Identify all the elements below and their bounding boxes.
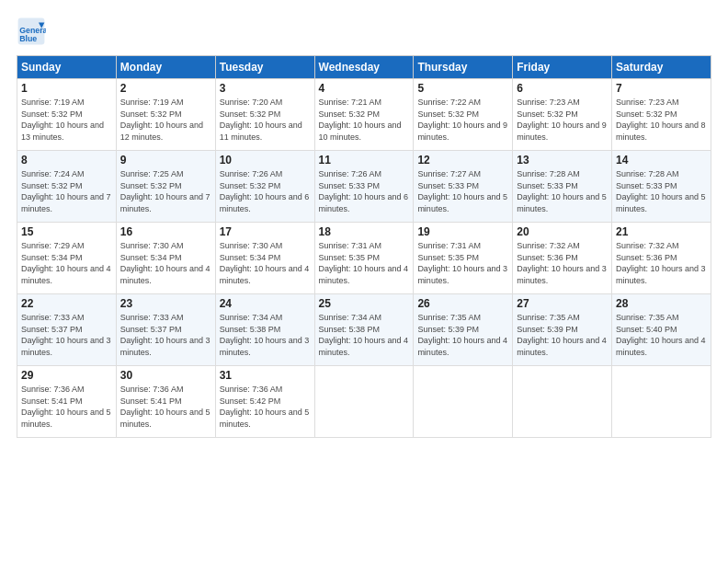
calendar-cell: 7Sunrise: 7:23 AMSunset: 5:32 PMDaylight… bbox=[612, 79, 711, 151]
column-header-wednesday: Wednesday bbox=[314, 56, 414, 79]
calendar-cell: 10Sunrise: 7:26 AMSunset: 5:32 PMDayligh… bbox=[215, 151, 314, 223]
day-number: 20 bbox=[517, 225, 608, 238]
calendar-week-5: 29Sunrise: 7:36 AMSunset: 5:41 PMDayligh… bbox=[17, 366, 711, 438]
calendar-cell: 15Sunrise: 7:29 AMSunset: 5:34 PMDayligh… bbox=[17, 223, 117, 294]
calendar-cell bbox=[414, 366, 513, 438]
calendar-table: SundayMondayTuesdayWednesdayThursdayFrid… bbox=[17, 55, 711, 438]
calendar-cell bbox=[513, 366, 612, 438]
day-number: 31 bbox=[220, 369, 311, 382]
day-number: 15 bbox=[21, 225, 112, 238]
day-number: 24 bbox=[220, 297, 311, 310]
calendar-cell: 28Sunrise: 7:35 AMSunset: 5:40 PMDayligh… bbox=[612, 294, 711, 366]
calendar-cell: 24Sunrise: 7:34 AMSunset: 5:38 PMDayligh… bbox=[215, 294, 314, 366]
day-info: Sunrise: 7:34 AMSunset: 5:38 PMDaylight:… bbox=[220, 312, 311, 358]
calendar-header: General Blue bbox=[17, 17, 711, 46]
day-info: Sunrise: 7:35 AMSunset: 5:39 PMDaylight:… bbox=[417, 312, 508, 358]
day-info: Sunrise: 7:31 AMSunset: 5:35 PMDaylight:… bbox=[417, 240, 508, 286]
calendar-cell: 6Sunrise: 7:23 AMSunset: 5:32 PMDaylight… bbox=[513, 79, 612, 151]
day-info: Sunrise: 7:31 AMSunset: 5:35 PMDaylight:… bbox=[319, 240, 410, 286]
day-info: Sunrise: 7:27 AMSunset: 5:33 PMDaylight:… bbox=[417, 168, 508, 214]
day-info: Sunrise: 7:28 AMSunset: 5:33 PMDaylight:… bbox=[517, 168, 608, 214]
column-header-saturday: Saturday bbox=[612, 56, 711, 79]
calendar-week-2: 8Sunrise: 7:24 AMSunset: 5:32 PMDaylight… bbox=[17, 151, 711, 223]
calendar-cell: 1Sunrise: 7:19 AMSunset: 5:32 PMDaylight… bbox=[17, 79, 117, 151]
calendar-cell: 4Sunrise: 7:21 AMSunset: 5:32 PMDaylight… bbox=[314, 79, 414, 151]
day-number: 23 bbox=[120, 297, 211, 310]
day-number: 7 bbox=[616, 82, 707, 95]
day-number: 10 bbox=[220, 154, 311, 167]
day-number: 11 bbox=[319, 154, 410, 167]
calendar-week-1: 1Sunrise: 7:19 AMSunset: 5:32 PMDaylight… bbox=[17, 79, 711, 151]
day-info: Sunrise: 7:36 AMSunset: 5:41 PMDaylight:… bbox=[120, 384, 211, 430]
day-number: 19 bbox=[417, 225, 508, 238]
calendar-cell: 31Sunrise: 7:36 AMSunset: 5:42 PMDayligh… bbox=[215, 366, 314, 438]
day-info: Sunrise: 7:33 AMSunset: 5:37 PMDaylight:… bbox=[120, 312, 211, 358]
column-header-tuesday: Tuesday bbox=[215, 56, 314, 79]
day-info: Sunrise: 7:36 AMSunset: 5:41 PMDaylight:… bbox=[21, 384, 112, 430]
calendar-cell: 3Sunrise: 7:20 AMSunset: 5:32 PMDaylight… bbox=[215, 79, 314, 151]
calendar-cell: 27Sunrise: 7:35 AMSunset: 5:39 PMDayligh… bbox=[513, 294, 612, 366]
day-number: 14 bbox=[616, 154, 707, 167]
day-number: 22 bbox=[21, 297, 112, 310]
calendar-cell: 14Sunrise: 7:28 AMSunset: 5:33 PMDayligh… bbox=[612, 151, 711, 223]
column-header-friday: Friday bbox=[513, 56, 612, 79]
calendar-cell: 13Sunrise: 7:28 AMSunset: 5:33 PMDayligh… bbox=[513, 151, 612, 223]
day-number: 8 bbox=[21, 154, 112, 167]
day-info: Sunrise: 7:28 AMSunset: 5:33 PMDaylight:… bbox=[616, 168, 707, 214]
day-info: Sunrise: 7:21 AMSunset: 5:32 PMDaylight:… bbox=[319, 97, 410, 143]
svg-text:Blue: Blue bbox=[19, 34, 37, 43]
day-number: 3 bbox=[220, 82, 311, 95]
calendar-cell: 5Sunrise: 7:22 AMSunset: 5:32 PMDaylight… bbox=[414, 79, 513, 151]
day-number: 5 bbox=[417, 82, 508, 95]
day-info: Sunrise: 7:23 AMSunset: 5:32 PMDaylight:… bbox=[616, 97, 707, 143]
day-number: 4 bbox=[319, 82, 410, 95]
day-number: 6 bbox=[517, 82, 608, 95]
day-number: 21 bbox=[616, 225, 707, 238]
calendar-header-row: SundayMondayTuesdayWednesdayThursdayFrid… bbox=[17, 56, 711, 79]
day-number: 2 bbox=[120, 82, 211, 95]
calendar-cell: 2Sunrise: 7:19 AMSunset: 5:32 PMDaylight… bbox=[116, 79, 215, 151]
day-number: 16 bbox=[120, 225, 211, 238]
day-number: 9 bbox=[120, 154, 211, 167]
calendar-cell: 29Sunrise: 7:36 AMSunset: 5:41 PMDayligh… bbox=[17, 366, 117, 438]
calendar-cell bbox=[612, 366, 711, 438]
calendar-cell: 23Sunrise: 7:33 AMSunset: 5:37 PMDayligh… bbox=[116, 294, 215, 366]
day-number: 13 bbox=[517, 154, 608, 167]
calendar-cell: 16Sunrise: 7:30 AMSunset: 5:34 PMDayligh… bbox=[116, 223, 215, 294]
day-info: Sunrise: 7:32 AMSunset: 5:36 PMDaylight:… bbox=[517, 240, 608, 286]
day-info: Sunrise: 7:19 AMSunset: 5:32 PMDaylight:… bbox=[21, 97, 112, 143]
calendar-cell bbox=[314, 366, 414, 438]
calendar-cell: 9Sunrise: 7:25 AMSunset: 5:32 PMDaylight… bbox=[116, 151, 215, 223]
day-info: Sunrise: 7:30 AMSunset: 5:34 PMDaylight:… bbox=[120, 240, 211, 286]
day-info: Sunrise: 7:34 AMSunset: 5:38 PMDaylight:… bbox=[319, 312, 410, 358]
day-number: 26 bbox=[417, 297, 508, 310]
calendar-cell: 22Sunrise: 7:33 AMSunset: 5:37 PMDayligh… bbox=[17, 294, 117, 366]
day-info: Sunrise: 7:33 AMSunset: 5:37 PMDaylight:… bbox=[21, 312, 112, 358]
calendar-container: General Blue SundayMondayTuesdayWednesda… bbox=[0, 0, 728, 447]
column-header-thursday: Thursday bbox=[414, 56, 513, 79]
day-info: Sunrise: 7:25 AMSunset: 5:32 PMDaylight:… bbox=[120, 168, 211, 214]
calendar-cell: 18Sunrise: 7:31 AMSunset: 5:35 PMDayligh… bbox=[314, 223, 414, 294]
day-info: Sunrise: 7:22 AMSunset: 5:32 PMDaylight:… bbox=[417, 97, 508, 143]
day-number: 1 bbox=[21, 82, 112, 95]
day-number: 28 bbox=[616, 297, 707, 310]
calendar-cell: 21Sunrise: 7:32 AMSunset: 5:36 PMDayligh… bbox=[612, 223, 711, 294]
calendar-week-4: 22Sunrise: 7:33 AMSunset: 5:37 PMDayligh… bbox=[17, 294, 711, 366]
calendar-cell: 19Sunrise: 7:31 AMSunset: 5:35 PMDayligh… bbox=[414, 223, 513, 294]
day-info: Sunrise: 7:24 AMSunset: 5:32 PMDaylight:… bbox=[21, 168, 112, 214]
day-number: 29 bbox=[21, 369, 112, 382]
day-number: 30 bbox=[120, 369, 211, 382]
day-info: Sunrise: 7:30 AMSunset: 5:34 PMDaylight:… bbox=[220, 240, 311, 286]
calendar-cell: 8Sunrise: 7:24 AMSunset: 5:32 PMDaylight… bbox=[17, 151, 117, 223]
calendar-cell: 11Sunrise: 7:26 AMSunset: 5:33 PMDayligh… bbox=[314, 151, 414, 223]
day-info: Sunrise: 7:35 AMSunset: 5:39 PMDaylight:… bbox=[517, 312, 608, 358]
day-info: Sunrise: 7:23 AMSunset: 5:32 PMDaylight:… bbox=[517, 97, 608, 143]
calendar-cell: 26Sunrise: 7:35 AMSunset: 5:39 PMDayligh… bbox=[414, 294, 513, 366]
calendar-cell: 30Sunrise: 7:36 AMSunset: 5:41 PMDayligh… bbox=[116, 366, 215, 438]
day-number: 27 bbox=[517, 297, 608, 310]
calendar-cell: 20Sunrise: 7:32 AMSunset: 5:36 PMDayligh… bbox=[513, 223, 612, 294]
calendar-cell: 17Sunrise: 7:30 AMSunset: 5:34 PMDayligh… bbox=[215, 223, 314, 294]
day-info: Sunrise: 7:26 AMSunset: 5:32 PMDaylight:… bbox=[220, 168, 311, 214]
day-number: 12 bbox=[417, 154, 508, 167]
day-info: Sunrise: 7:19 AMSunset: 5:32 PMDaylight:… bbox=[120, 97, 211, 143]
